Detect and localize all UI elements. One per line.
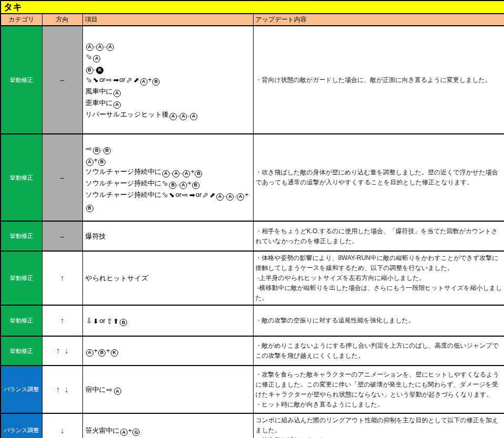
move-command: 歪車中にA [86, 97, 250, 109]
button-a-icon: A [140, 78, 148, 86]
button-b-icon: B [152, 78, 160, 86]
direction-cell: – [42, 134, 82, 221]
direction-cell: ↑↓ [42, 366, 82, 413]
button-a-icon: A [114, 388, 121, 395]
button-a-icon: A [113, 101, 121, 109]
item-cell: ⇨B.BA+Bソウルチャージ持続中にA.A.A+Bソウルチャージ持続中に⇨B.A… [82, 134, 253, 221]
item-cell: A+B+K [82, 336, 253, 366]
arrow-right-black-icon: ➡ [113, 77, 119, 84]
button-k-icon: K [111, 349, 118, 357]
arrow-down-black-icon: ➡ [92, 318, 99, 324]
button-a-icon: A [107, 44, 114, 51]
arrow-up-black-icon: ➡ [112, 318, 119, 324]
nerf-down-arrow-icon: ↓ [60, 426, 65, 435]
table-row: 挙動修正–⇨B.BA+Bソウルチャージ持続中にA.A.A+Bソウルチャージ持続中… [1, 134, 504, 221]
table-row: バランス調整↑↓宿中に⇨A・攻撃を食らった敵キャラクターのアニメーションを、壁に… [1, 366, 504, 413]
move-command: ⇨➡or⇨➡or⇨➡A+B [86, 74, 250, 86]
arrow-right-white-icon: ⇨ [107, 386, 113, 393]
direction-cell: ↑ [42, 251, 82, 305]
direction-cell: – [42, 221, 82, 251]
button-b-icon: B [120, 319, 127, 326]
direction-cell: ↑↓ [42, 336, 82, 366]
button-b-icon: B [192, 182, 200, 189]
move-command: ソウルチャージ持続中にA.A.A+B [86, 166, 250, 178]
buff-up-arrow-icon: ↑ [60, 316, 65, 325]
item-cell: A.A.A⇨AB.K⇨➡or⇨➡or⇨➡A+B風車中にA歪車中にAリバーサルエッ… [82, 26, 253, 134]
table-row: 挙動修正↑↓A+B+K・敵がめりこまないようにする押し合い判定を上方にのばし、高… [1, 336, 504, 366]
update-content-cell: コンボに組み込んだ際のリングアウト性能の抑制を主な目的として以下の修正を加えまし… [253, 413, 504, 438]
column-header-item: 項目 [82, 14, 253, 26]
patch-notes-sheet: タキ カテゴリ方向項目アップデート内容 挙動修正–A.A.A⇨AB.K⇨➡or⇨… [0, 0, 504, 438]
move-command: A+B+K [86, 345, 250, 357]
column-header-update-content: アップデート内容 [253, 14, 504, 26]
category-cell: 挙動修正 [1, 221, 42, 251]
item-cell: 宿中に⇨A [82, 366, 253, 413]
update-line: ・敵がめりこまないようにする押し合い判定を上方にのばし、高度の低いジャンプでこの… [256, 341, 502, 361]
table-row: 挙動修正↑やられヒットサイズ・体格や姿勢の影響により、8WAY-RUN中に敵の縦… [1, 251, 504, 305]
update-line: ・敵の攻撃の空振りに対する追尾性能を強化しました。 [256, 316, 502, 326]
column-header-direction: 方向 [42, 14, 82, 26]
column-header-category: カテゴリ [1, 14, 42, 26]
update-line: ・攻撃を食らった敵キャラクターのアニメーションを、壁にヒットしやすくなるように修… [256, 370, 502, 400]
update-content-cell: ・攻撃を食らった敵キャラクターのアニメーションを、壁にヒットしやすくなるように修… [253, 366, 504, 413]
buff-up-arrow-icon: ↑ [56, 346, 60, 355]
buff-up-arrow-icon: ↑ [56, 385, 60, 394]
arrow-right-white-icon: ⇨ [86, 145, 92, 152]
update-content-cell: ・背向け状態の敵がガードした場合に、敵が正面に向き直るように変更しました。 [253, 26, 504, 134]
table-row: 挙動修正↑⇨➡or⇨➡B・敵の攻撃の空振りに対する追尾性能を強化しました。 [1, 305, 504, 336]
arrow-right-white-icon: ⇨ [182, 191, 188, 199]
button-a-icon: A [96, 44, 103, 51]
character-title-row: タキ [1, 1, 504, 14]
category-cell: バランス調整 [1, 366, 42, 413]
table-row: 挙動修正–爆符技・相手をちょうどK.O.するのに使用した場合、「爆符技」を当てた… [1, 221, 504, 251]
no-direction-dash: – [60, 233, 64, 241]
button-a-icon: A [180, 182, 187, 189]
patch-notes-table: タキ カテゴリ方向項目アップデート内容 挙動修正–A.A.A⇨AB.K⇨➡or⇨… [0, 0, 504, 438]
button-a-icon: A [190, 113, 197, 120]
update-line: ・体格や姿勢の影響により、8WAY-RUN中に敵の縦斬りをかわすことができず攻撃… [256, 253, 502, 273]
arrow-right-black-icon: ➡ [190, 192, 195, 199]
update-line: ・前進量を減らしました。 [256, 435, 502, 438]
nerf-down-arrow-icon: ↓ [65, 385, 69, 394]
update-content-cell: ・体格や姿勢の影響により、8WAY-RUN中に敵の縦斬りをかわすことができず攻撃… [253, 251, 504, 305]
column-header-row: カテゴリ方向項目アップデート内容 [1, 14, 504, 26]
button-b-icon: B [86, 67, 93, 74]
direction-cell: ↑ [42, 305, 82, 336]
arrow-downright-white-icon: ⇨ [160, 179, 170, 188]
category-cell: 挙動修正 [1, 305, 42, 336]
button-b-icon: B [98, 349, 106, 357]
category-cell: バランス調整 [1, 413, 42, 438]
update-line: ・吹き飛ばした敵の身体が壁にめり込む量を調整しました。壁の近くで浮かせた場合であ… [256, 168, 502, 187]
update-line: ・相手をちょうどK.O.するのに使用した場合、「爆符技」を当てた回数がカウントさ… [256, 226, 502, 246]
move-command: やられヒットサイズ [86, 273, 250, 284]
move-command: 宿中に⇨A [86, 384, 250, 395]
arrow-downright-black-icon: ➡ [91, 76, 100, 85]
category-cell: 挙動修正 [1, 134, 42, 221]
no-direction-dash: – [60, 174, 64, 182]
move-command: A+B [86, 154, 250, 166]
move-command: ソウルチャージ持続中に⇨➡or⇨➡or⇨➡A.A.A+B [86, 189, 250, 212]
update-line: ・ヒット時に敵が向き直るようにしました。 [256, 400, 502, 410]
direction-cell: – [42, 26, 82, 134]
item-cell: 爆符技 [82, 221, 253, 251]
category-cell: 挙動修正 [1, 336, 42, 366]
update-content-cell: ・吹き飛ばした敵の身体が壁にめり込む量を調整しました。壁の近くで浮かせた場合であ… [253, 134, 504, 221]
update-content-cell: ・敵の攻撃の空振りに対する追尾性能を強化しました。 [253, 305, 504, 336]
update-line: ・背向け状態の敵がガードした場合に、敵が正面に向き直るように変更しました。 [256, 75, 502, 85]
move-command: ⇨B.B [86, 143, 250, 154]
move-command: 風車中にA [86, 86, 250, 97]
update-line: コンボに組み込んだ際のリングアウト性能の抑制を主な目的として以下の修正を加えまし… [256, 415, 502, 435]
arrow-upright-black-icon: ➡ [132, 76, 141, 85]
button-a-icon: A [162, 170, 170, 178]
buff-up-arrow-icon: ↑ [60, 274, 65, 283]
arrow-right-white-icon: ⇨ [106, 76, 112, 84]
button-a-icon: A [86, 159, 93, 166]
move-command: ソウルチャージ持続中に⇨B.A+B [86, 178, 250, 189]
move-command: B.K [86, 62, 250, 74]
button-a-icon: A [172, 170, 180, 178]
button-a-icon: A [170, 113, 177, 120]
button-a-icon: A [86, 44, 93, 51]
no-direction-dash: – [60, 76, 64, 84]
button-b-icon: B [98, 159, 106, 166]
button-b-icon: B [86, 205, 93, 212]
